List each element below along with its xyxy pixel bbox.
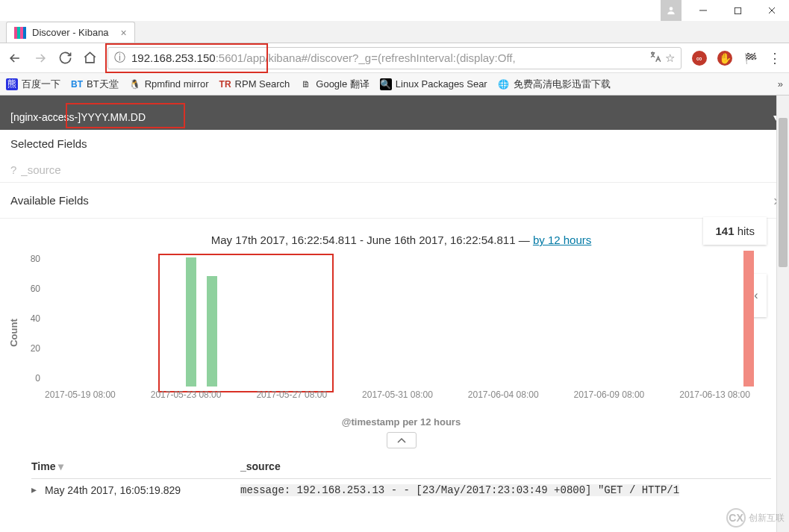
browser-menu-icon[interactable]: ⋮ [768, 50, 782, 66]
cell-time: May 24th 2017, 16:05:19.829 [45, 484, 240, 496]
row-expand-icon[interactable]: ▸ [31, 484, 45, 496]
bookmark-baidu[interactable]: 熊百度一下 [6, 78, 60, 91]
available-fields-label: Available Fields [10, 194, 89, 207]
discover-main: 141 hits ‹ May 17th 2017, 16:22:54.811 -… [0, 219, 789, 501]
site-info-icon[interactable]: ⓘ [114, 51, 125, 65]
nav-back-button[interactable] [7, 51, 22, 66]
bookmarks-overflow-icon[interactable]: » [778, 78, 783, 90]
ext-hand-icon[interactable]: ✋ [717, 51, 732, 66]
collapse-chart-button[interactable] [387, 432, 417, 448]
sort-desc-icon: ▾ [58, 460, 63, 472]
results-table: Time ▾ _source ▸ May 24th 2017, 16:05:19… [31, 454, 771, 501]
bookmark-gtranslate[interactable]: 🗎Google 翻译 [300, 78, 369, 91]
tab-strip: Discover - Kibana × [0, 21, 789, 43]
url-text: 192.168.253.150:5601/app/kibana#/discove… [131, 51, 646, 64]
window-close-button[interactable] [755, 0, 789, 21]
window-titlebar [0, 0, 789, 21]
scrollbar-thumb[interactable] [779, 118, 788, 267]
ext-infinity-icon[interactable]: ∞ [692, 51, 707, 66]
histogram-chart[interactable]: Count 80 60 40 20 0 2017-05-19 08:00 201… [31, 251, 771, 415]
bookmark-star-icon[interactable]: ☆ [665, 51, 675, 65]
address-bar[interactable]: ⓘ 192.168.253.150:5601/app/kibana#/disco… [107, 47, 682, 69]
ext-flag-icon[interactable]: 🏁 [743, 51, 758, 66]
svg-rect-2 [735, 7, 740, 13]
svg-point-0 [670, 7, 673, 10]
tab-title: Discover - Kibana [32, 27, 109, 38]
bookmark-rpmfind[interactable]: 🐧Rpmfind mirror [129, 78, 209, 90]
window-minimize-button[interactable] [686, 0, 720, 21]
window-maximize-button[interactable] [720, 0, 755, 21]
user-avatar-icon[interactable] [661, 0, 682, 21]
kibana-app: [nginx-access-]YYYY.MM.DD ▾ Selected Fie… [0, 96, 789, 532]
vertical-scrollbar[interactable] [776, 96, 789, 532]
time-interval-link[interactable]: by 12 hours [533, 234, 591, 246]
col-source-header[interactable]: _source [240, 460, 771, 472]
translate-icon[interactable] [649, 50, 662, 66]
index-pattern-label: [nginx-access-]YYYY.MM.DD [10, 111, 146, 123]
selected-fields-header: Selected Fields [0, 130, 789, 157]
col-time-header[interactable]: Time ▾ [31, 460, 240, 472]
chart-bar[interactable] [186, 257, 196, 387]
plot-area [45, 251, 750, 387]
chart-bar[interactable] [207, 276, 217, 387]
bookmark-rpmsearch[interactable]: TRRPM Search [219, 78, 290, 90]
bookmark-linuxpkg[interactable]: 🔍Linux Packages Sear [380, 78, 487, 90]
nav-reload-button[interactable] [58, 51, 72, 65]
address-row: ⓘ 192.168.253.150:5601/app/kibana#/disco… [0, 43, 789, 73]
y-axis-ticks: 80 60 40 20 0 [9, 251, 40, 387]
field-type-icon: ? [10, 163, 16, 176]
table-header: Time ▾ _source [31, 454, 771, 479]
x-axis-label: @timestamp per 12 hours [31, 416, 771, 428]
index-pattern-selector[interactable]: [nginx-access-]YYYY.MM.DD ▾ [0, 104, 789, 130]
nav-forward-button[interactable] [33, 51, 48, 66]
time-range-label: May 17th 2017, 16:22:54.811 - June 16th … [31, 219, 771, 251]
hits-count: 141 hits [703, 217, 767, 245]
table-row[interactable]: ▸ May 24th 2017, 16:05:19.829 message: 1… [31, 479, 771, 501]
chart-bar[interactable] [743, 251, 754, 387]
bookmarks-bar: 熊百度一下 BTBT天堂 🐧Rpmfind mirror TRRPM Searc… [0, 73, 789, 96]
bookmark-bt[interactable]: BTBT天堂 [71, 78, 119, 91]
kibana-topbar [0, 96, 789, 104]
nav-home-button[interactable] [83, 51, 97, 65]
field-name: _source [21, 163, 60, 176]
bookmark-movie[interactable]: 🌐免费高清电影迅雷下载 [498, 78, 611, 91]
kibana-favicon-icon [14, 27, 26, 39]
available-fields-toggle[interactable]: Available Fields › [0, 182, 789, 219]
field-source[interactable]: ? _source [0, 157, 789, 182]
cell-source: message: 192.168.253.13 - - [23/May/2017… [240, 484, 771, 496]
x-axis-ticks: 2017-05-19 08:00 2017-05-23 08:00 2017-0… [45, 389, 750, 404]
tab-kibana[interactable]: Discover - Kibana × [6, 22, 135, 43]
tab-close-icon[interactable]: × [121, 27, 127, 39]
